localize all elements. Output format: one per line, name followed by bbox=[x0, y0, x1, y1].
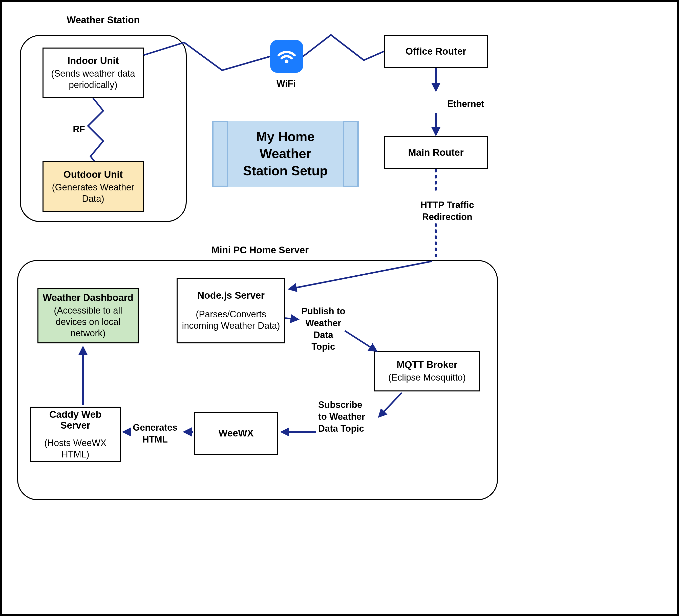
nodejs-subtitle: (Parses/Converts incoming Weather Data) bbox=[182, 309, 280, 331]
rf-label: RF bbox=[73, 124, 85, 135]
nodejs-title: Node.js Server bbox=[197, 290, 265, 301]
outdoor-unit-subtitle: (Generates Weather Data) bbox=[52, 181, 134, 204]
mqtt-box: MQTT Broker (Eclipse Mosquitto) bbox=[374, 351, 480, 391]
mqtt-subtitle: (Eclipse Mosquitto) bbox=[388, 372, 466, 383]
outdoor-unit-title: Outdoor Unit bbox=[64, 169, 123, 180]
caddy-title: Caddy Web Server bbox=[33, 409, 118, 431]
home-server-title: Mini PC Home Server bbox=[204, 245, 316, 255]
indoor-unit-box: Indoor Unit (Sends weather data periodic… bbox=[42, 47, 144, 98]
caddy-box: Caddy Web Server (Hosts WeeWX HTML) bbox=[30, 407, 121, 462]
ethernet-label: Ethernet bbox=[447, 98, 484, 110]
diagram-title-box: My Home Weather Station Setup bbox=[212, 121, 359, 186]
weewx-box: WeeWX bbox=[194, 412, 278, 455]
wifi-label: WiFi bbox=[277, 78, 296, 90]
svg-point-0 bbox=[285, 60, 288, 63]
http-redirect-label: HTTP Traffic Redirection bbox=[402, 199, 493, 223]
office-router-box: Office Router bbox=[384, 35, 488, 68]
outdoor-unit-box: Outdoor Unit (Generates Weather Data) bbox=[42, 161, 144, 212]
indoor-unit-subtitle: (Sends weather data periodically) bbox=[51, 68, 135, 91]
mqtt-title: MQTT Broker bbox=[397, 360, 458, 370]
subscribe-label: Subscribe to Weather Data Topic bbox=[318, 399, 379, 435]
caddy-subtitle: (Hosts WeeWX HTML) bbox=[44, 437, 106, 460]
weather-station-title: Weather Station bbox=[63, 15, 144, 26]
generates-html-label: Generates HTML bbox=[126, 422, 184, 446]
publish-label: Publish to Weather Data Topic bbox=[295, 305, 351, 353]
dashboard-box: Weather Dashboard (Accessible to all dev… bbox=[37, 288, 139, 343]
diagram-canvas: Weather Station Indoor Unit (Sends weath… bbox=[0, 0, 679, 616]
nodejs-box: Node.js Server (Parses/Converts incoming… bbox=[176, 278, 285, 343]
weewx-title: WeeWX bbox=[219, 428, 254, 439]
main-router-title: Main Router bbox=[408, 147, 464, 158]
wifi-icon bbox=[270, 40, 303, 73]
main-router-box: Main Router bbox=[384, 136, 488, 169]
indoor-unit-title: Indoor Unit bbox=[68, 56, 119, 66]
office-router-title: Office Router bbox=[406, 46, 466, 57]
dashboard-subtitle: (Accessible to all devices on local netw… bbox=[54, 305, 122, 339]
dashboard-title: Weather Dashboard bbox=[43, 292, 133, 303]
diagram-title-text: My Home Weather Station Setup bbox=[229, 128, 342, 179]
